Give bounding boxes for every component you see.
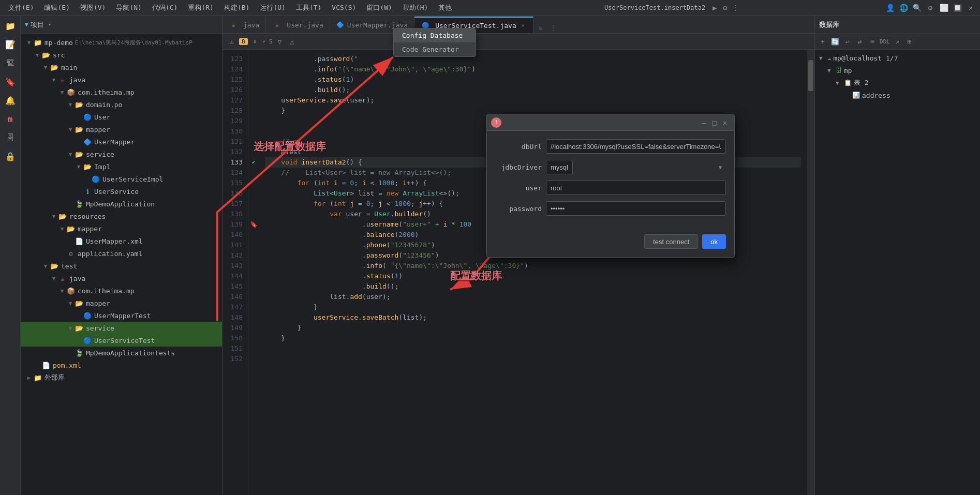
tree-item-test[interactable]: ▼ 📂 test [21, 260, 222, 272]
db-item-connection[interactable]: ▼ ☁ mp@localhost 1/7 [815, 52, 980, 64]
sidebar-lock-icon[interactable]: 🔒 [2, 148, 19, 164]
tree-item-mapper-folder[interactable]: ▼ 📂 mapper [21, 123, 222, 136]
search-icon[interactable]: 🔍 [912, 3, 922, 13]
menu-navigate[interactable]: 导航(N) [112, 2, 145, 13]
db-console-btn[interactable]: ⌨ [867, 36, 878, 48]
line-num-146: 146 [222, 292, 243, 302]
sidebar-project-icon[interactable]: 📁 [2, 18, 19, 34]
tree-item-test-service[interactable]: ▼ 📂 service [21, 322, 222, 334]
tree-item-userserviceimpl[interactable]: 🔵 UserServiceImpl [21, 173, 222, 185]
tree-item-package[interactable]: ▼ 📦 com.itheima.mp [21, 86, 222, 98]
menu-run[interactable]: 运行(U) [256, 2, 289, 13]
more-icon[interactable]: ⋮ [730, 3, 740, 13]
tab-java[interactable]: ☕ java [222, 17, 266, 33]
test-connect-button[interactable]: test connect [644, 234, 698, 249]
menu-help[interactable]: 帮助(H) [398, 2, 432, 13]
settings2-icon[interactable]: ⚙ [925, 3, 936, 13]
restore-icon[interactable]: ⬜ [939, 3, 949, 13]
dialog-password-input[interactable] [546, 201, 726, 216]
db-sync-btn[interactable]: ⇄ [854, 36, 866, 48]
dialog-user-input[interactable] [546, 181, 726, 195]
profile-icon[interactable]: 👤 [885, 3, 895, 13]
tree-item-usermapper[interactable]: 🔷 UserMapper [21, 136, 222, 148]
tree-item-mpdemo-tests[interactable]: 🍃 MpDemoApplicationTests [21, 347, 222, 359]
dialog-jdbc-select-wrapper: mysql [546, 160, 726, 174]
tree-item-main[interactable]: ▼ 📂 main [21, 61, 222, 73]
dialog-dburl-input[interactable] [546, 139, 726, 154]
db-filter-btn[interactable]: ⊞ [904, 36, 915, 48]
dialog-maximize-btn[interactable]: □ [709, 117, 720, 128]
settings-icon[interactable]: ⚙ [720, 3, 730, 13]
editor-scrollbar[interactable] [807, 50, 814, 495]
menu-other[interactable]: 其他 [434, 2, 456, 13]
sidebar-bookmark-icon[interactable]: 🔖 [2, 73, 19, 90]
file-tree: ▼ 📁 mp-demo E:\heima\黑马24微服务\day01-Mybat… [21, 34, 222, 495]
db-add-btn[interactable]: + [817, 36, 828, 48]
toolbar-btn-down[interactable]: ▽ [275, 37, 285, 47]
tree-item-resources-mapper[interactable]: ▼ 📂 mapper [21, 222, 222, 235]
close-icon[interactable]: ✕ [966, 3, 976, 13]
sidebar-m-icon[interactable]: m [2, 111, 19, 127]
toolbar-btn-up[interactable]: △ [287, 37, 298, 47]
dropdown-item-code-gen[interactable]: Code Generator [394, 42, 476, 56]
menu-view[interactable]: 视图(V) [76, 2, 110, 13]
tree-item-external-libs[interactable]: ▶ 📁 外部库 [21, 371, 222, 384]
menu-tools[interactable]: 工具(T) [292, 2, 325, 13]
tree-item-test-package[interactable]: ▼ 📦 com.itheima.mp [21, 284, 222, 297]
ok-button[interactable]: ok [702, 234, 726, 249]
dialog-close-btn[interactable]: ✕ [720, 117, 730, 128]
gutter-run-icon[interactable]: ✔ [248, 157, 259, 168]
tree-item-userservicetest[interactable]: 🔵 UserServiceTest [21, 334, 222, 347]
toolbar-btn-1[interactable]: ⚠ [227, 37, 237, 47]
tree-item-usermappertest[interactable]: 🔵 UserMapperTest [21, 309, 222, 322]
menu-build[interactable]: 构建(B) [220, 2, 254, 13]
tree-item-user-class[interactable]: 🔵 User [21, 111, 222, 123]
dialog-jdbc-select[interactable]: mysql [546, 160, 573, 174]
toolbar-btn-errors[interactable]: ⬇ [250, 37, 260, 47]
gutter-bookmark-icon[interactable]: 🔖 [248, 219, 259, 230]
tree-item-impl-folder[interactable]: ▼ 📂 Impl [21, 160, 222, 173]
tree-item-java-test[interactable]: ▼ ☕ java [21, 272, 222, 284]
tab-more-button[interactable]: ⋮ [548, 23, 558, 33]
db-export-btn[interactable]: ↗ [892, 36, 903, 48]
database-panel: 数据库 + 🔄 ↩ ⇄ ⌨ DDL ↗ ⊞ ▼ ☁ mp@localhost 1… [814, 16, 980, 495]
menu-vcs[interactable]: VCS(S) [328, 3, 360, 12]
tree-item-resources[interactable]: ▼ 📂 resources [21, 210, 222, 222]
dropdown-item-config-db[interactable]: Config Database [394, 28, 476, 42]
tree-item-test-mapper[interactable]: ▼ 📂 mapper [21, 297, 222, 309]
menu-file[interactable]: 文件(E) [4, 2, 38, 13]
sidebar-db-icon[interactable]: 🗄 [2, 129, 19, 146]
menu-refactor[interactable]: 重构(R) [184, 2, 217, 13]
menu-window[interactable]: 窗口(W) [362, 2, 396, 13]
tab-list-button[interactable]: ≡ [536, 23, 546, 33]
db-item-mp[interactable]: ▼ 🗄 mp [815, 64, 980, 77]
menu-edit[interactable]: 编辑(E) [40, 2, 73, 13]
sidebar-commit-icon[interactable]: 📝 [2, 36, 19, 53]
db-ddl-btn[interactable]: DDL [879, 36, 890, 48]
db-refresh-btn[interactable]: 🔄 [829, 36, 841, 48]
sidebar-structure-icon[interactable]: 🏗 [2, 55, 19, 71]
menu-code[interactable]: 代码(C) [148, 2, 182, 13]
tab-user-java[interactable]: ☕ User.java [266, 17, 330, 33]
dialog-user-label: user [495, 184, 542, 192]
tree-item-mp-demo[interactable]: ▼ 📁 mp-demo E:\heima\黑马24微服务\day01-Mybat… [21, 36, 222, 49]
tree-item-usermapper-xml[interactable]: 📄 UserMapper.xml [21, 235, 222, 247]
maximize-icon[interactable]: 🔲 [952, 3, 962, 13]
tree-item-domain-po[interactable]: ▼ 📂 domain.po [21, 98, 222, 111]
tree-item-java-main[interactable]: ▼ ☕ java [21, 73, 222, 86]
tab-close-button[interactable]: ✕ [519, 22, 527, 29]
tree-item-src[interactable]: ▼ 📂 src [21, 49, 222, 61]
translate-icon[interactable]: 🌐 [898, 3, 909, 13]
tree-item-service-folder[interactable]: ▼ 📂 service [21, 148, 222, 160]
db-tree: ▼ ☁ mp@localhost 1/7 ▼ 🗄 mp ▼ 📋 表 2 📊 ad… [815, 50, 980, 495]
sidebar-notification-icon[interactable]: 🔔 [2, 92, 19, 109]
tree-item-pom[interactable]: 📄 pom.xml [21, 359, 222, 371]
tree-item-application-yaml[interactable]: ⚙ application.yaml [21, 247, 222, 260]
tree-item-userservice[interactable]: ℹ UserService [21, 185, 222, 198]
db-revert-btn[interactable]: ↩ [842, 36, 853, 48]
tree-item-mpdemo-app[interactable]: 🍃 MpDemoApplication [21, 198, 222, 210]
db-item-tables[interactable]: ▼ 📋 表 2 [815, 77, 980, 89]
dialog-minimize-btn[interactable]: – [699, 117, 709, 128]
db-item-address[interactable]: 📊 address [815, 89, 980, 101]
run-button[interactable]: ▶ [709, 3, 720, 13]
